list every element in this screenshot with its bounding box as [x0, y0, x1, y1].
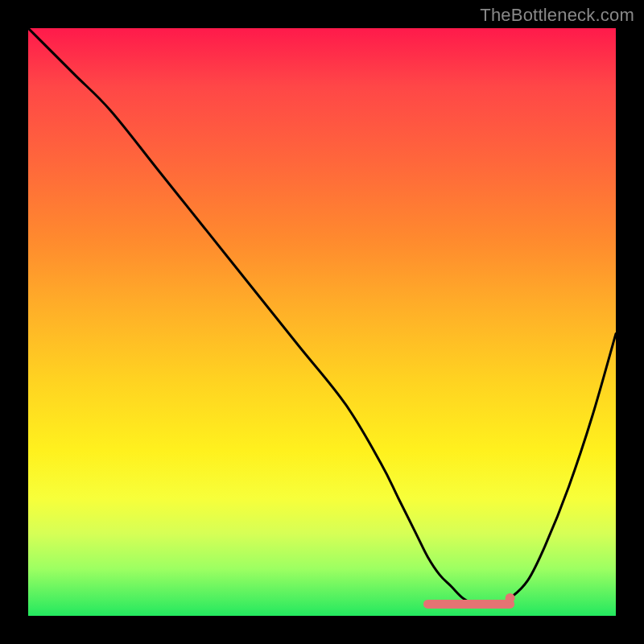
- watermark-text: TheBottleneck.com: [480, 5, 634, 26]
- plot-area: [28, 28, 616, 616]
- bottleneck-curve: [28, 28, 616, 605]
- chart-svg: [28, 28, 616, 616]
- chart-frame: TheBottleneck.com: [0, 0, 644, 644]
- right-dot-marker: [506, 593, 515, 603]
